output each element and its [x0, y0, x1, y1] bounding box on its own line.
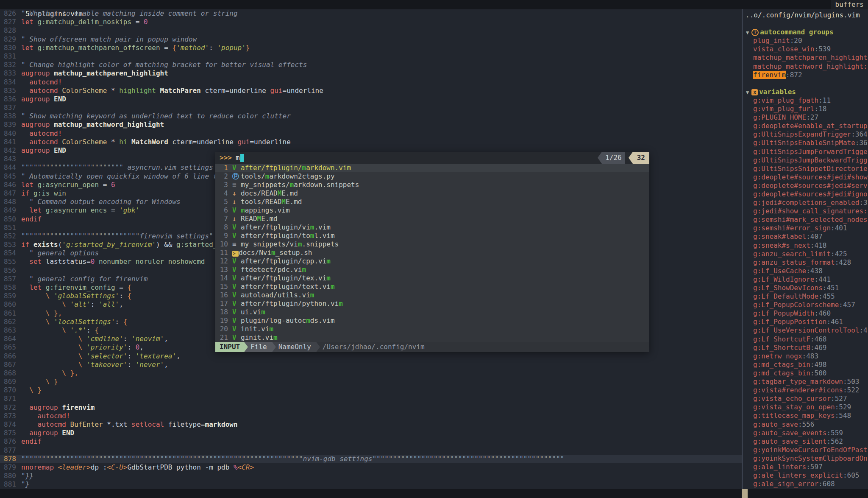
fuzzy-prompt-row[interactable]: >>> m 1/26 32 — [215, 152, 649, 164]
code-line-832[interactable]: 832" Change highlight color of matching … — [0, 61, 742, 69]
code-line-872[interactable]: 872 augroup firenvim — [0, 403, 742, 412]
file-result-row[interactable]: 7↓README.md — [215, 215, 649, 223]
sidebar-tag-item[interactable]: g:Lf_ShortcutB:469 — [743, 344, 868, 352]
sidebar-tag-item[interactable]: g:Lf_PopupWidth:460 — [743, 309, 868, 318]
sidebar-tag-item[interactable]: g:UltiSnipsExpandTrigger:364 — [743, 130, 868, 139]
sidebar-tag-item[interactable]: matchup_matchword_highlight: — [743, 62, 868, 71]
file-result-row[interactable]: 19Vplugin/log-autocmds.vim — [215, 316, 649, 325]
file-result-row[interactable]: 10≡my_snippets/vim.snippets — [215, 240, 649, 249]
file-result-row[interactable]: 5↓tools/README.md — [215, 198, 649, 206]
file-result-row[interactable]: 8Vafter/ftplugin/vim.vim — [215, 223, 649, 232]
sidebar-tag-item[interactable]: g:ale_sign_error:608 — [743, 480, 868, 488]
code-line-830[interactable]: 830let g:matchup_matchparen_offscreen = … — [0, 44, 742, 52]
sidebar-section-autocommand-groups[interactable]: ▼?autocommand groups — [743, 28, 868, 36]
code-line-879[interactable]: 879nnoremap <leader>dp :<C-U>GdbStartPDB… — [0, 463, 742, 472]
sidebar-tag-item[interactable]: matchup_matchparen_highlight — [743, 53, 868, 62]
sidebar-tag-item[interactable]: g:Lf_UseVersionControlTool:4 — [743, 326, 868, 335]
file-result-row[interactable]: 11>_docs/Nvim_setup.sh — [215, 249, 649, 257]
file-result-row[interactable]: 9Vafter/ftplugin/toml.vim — [215, 232, 649, 240]
sidebar-tag-item[interactable]: g:md_ctags_bin:498 — [743, 361, 868, 369]
sidebar-tag-item[interactable]: g:sneak#label:407 — [743, 232, 868, 241]
file-result-row[interactable]: 16Vautoload/utils.vim — [215, 291, 649, 299]
sidebar-tag-item[interactable]: g:Lf_UseCache:438 — [743, 267, 868, 275]
code-line-877[interactable]: 877 — [0, 446, 742, 455]
sidebar-tag-item[interactable]: g:yoinkSyncSystemClipboardOn — [743, 454, 868, 463]
sidebar-tag-item[interactable]: g:Lf_ShowDevIcons:451 — [743, 284, 868, 292]
sidebar-tag-item[interactable]: g:Lf_DefaultMode:455 — [743, 292, 868, 301]
code-line-874[interactable]: 874 autocmd BufEnter *.txt setlocal file… — [0, 420, 742, 429]
code-line-880[interactable]: 880"}} — [0, 472, 742, 480]
sidebar-tag-item[interactable]: g:semshi#mark_selected_nodes — [743, 215, 868, 224]
file-result-row[interactable]: 14Vafter/ftplugin/tex.vim — [215, 274, 649, 283]
sidebar-tag-item[interactable]: g:ale_linters:597 — [743, 463, 868, 471]
code-line-881[interactable]: 881"} — [0, 480, 742, 489]
sidebar-tag-item[interactable]: g:Lf_PopupColorscheme:457 — [743, 301, 868, 309]
file-result-row[interactable]: 15Vafter/ftplugin/text.vim — [215, 283, 649, 291]
code-line-839[interactable]: 839augroup matchup_matchword_highlight — [0, 120, 742, 129]
code-line-838[interactable]: 838" Show matching keyword as underlined… — [0, 112, 742, 120]
sidebar-tag-item[interactable]: g:auto_save_silent:562 — [743, 437, 868, 446]
code-line-873[interactable]: 873 autocmd! — [0, 412, 742, 420]
file-result-row[interactable]: 6Vmappings.vim — [215, 206, 649, 215]
code-line-870[interactable]: 870 \ } — [0, 386, 742, 394]
sidebar-tag-item[interactable]: g:vista#renderer#icons:522 — [743, 386, 868, 394]
collapse-arrow-icon[interactable]: ▼ — [746, 30, 749, 36]
scrollbar-thumb[interactable] — [742, 489, 748, 498]
file-result-row[interactable]: 4↓docs/README.md — [215, 189, 649, 198]
code-line-826[interactable]: 826" Whether to enable matching inside c… — [0, 9, 742, 18]
code-line-869[interactable]: 869 \ } — [0, 378, 742, 386]
code-line-833[interactable]: 833augroup matchup_matchparen_highlight — [0, 69, 742, 78]
code-line-829[interactable]: 829" Show offscreen match pair in popup … — [0, 35, 742, 44]
sidebar-tag-item[interactable]: g:netrw_nogx:483 — [743, 352, 868, 361]
code-line-878[interactable]: 878"""""""""""""""""""""""""""""""""""""… — [0, 455, 742, 463]
code-line-868[interactable]: 868 \ }, — [0, 369, 742, 378]
sidebar-tag-item[interactable]: g:auto_save:556 — [743, 420, 868, 429]
sidebar-tag-item[interactable]: g:UltiSnipsJumpBackwardTrigg — [743, 156, 868, 165]
code-line-867[interactable]: 867 \ 'takeover': 'never', — [0, 361, 742, 369]
sidebar-tag-item[interactable]: g:vista_stay_on_open:529 — [743, 403, 868, 411]
sidebar-tag-item[interactable]: g:deoplete#sources#jedi#igno — [743, 190, 868, 199]
sidebar-tag-item[interactable]: g:deoplete#enable_at_startup — [743, 122, 868, 130]
code-line-837[interactable]: 837 — [0, 104, 742, 112]
sidebar-tag-item[interactable]: g:Lf_WildIgnore:441 — [743, 275, 868, 284]
code-line-871[interactable]: 871 — [0, 394, 742, 403]
sidebar-tag-item[interactable]: g:tagbar_type_markdown:503 — [743, 378, 868, 386]
fuzzy-query-input[interactable]: m — [232, 152, 240, 164]
sidebar-tag-item[interactable]: g:UltiSnipsJumpForwardTrigge — [743, 148, 868, 156]
file-result-row[interactable]: 20Vinit.vim — [215, 325, 649, 333]
code-line-835[interactable]: 835 autocmd ColorScheme * highlight Matc… — [0, 87, 742, 95]
file-result-row[interactable]: 18Vui.vim — [215, 308, 649, 316]
sidebar-tag-item[interactable]: g:sneak#s_next:418 — [743, 241, 868, 250]
sidebar-tag-item[interactable]: g:vim_plug_fpath:11 — [743, 96, 868, 105]
code-line-841[interactable]: 841 autocmd ColorScheme * hi MatchWord c… — [0, 138, 742, 146]
file-result-row[interactable]: 17Vafter/ftplugin/python.vim — [215, 299, 649, 308]
code-line-827[interactable]: 827let g:matchup_delim_noskips = 0 — [0, 18, 742, 26]
file-result-row[interactable]: 1Vafter/ftplugin/markdown.vim — [215, 164, 649, 172]
sidebar-tag-item[interactable]: g:titlecase_map_keys:548 — [743, 411, 868, 420]
sidebar-tag-item[interactable]: g:deoplete#sources#jedi#show — [743, 173, 868, 182]
sidebar-tag-item[interactable]: g:auto_save_events:559 — [743, 429, 868, 437]
code-line-866[interactable]: 866 \ 'selector': 'textarea', — [0, 352, 742, 361]
tabline-buffers-label[interactable]: buffers — [831, 0, 868, 9]
collapse-arrow-icon[interactable]: ▼ — [746, 90, 749, 95]
sidebar-tag-item[interactable]: g:yoinkMoveCursorToEndOfPast — [743, 446, 868, 454]
sidebar-tag-item[interactable]: vista_close_win:539 — [743, 45, 868, 53]
code-line-840[interactable]: 840 autocmd! — [0, 129, 742, 138]
sidebar-tag-item[interactable]: g:md_ctags_bin:500 — [743, 369, 868, 378]
sidebar-tag-item[interactable]: g:UltiSnipsSnippetDirectorie — [743, 165, 868, 173]
file-result-row[interactable]: 3≡my_snippets/markdown.snippets — [215, 181, 649, 189]
sidebar-tag-item[interactable]: g:jedi#show_call_signatures: — [743, 207, 868, 215]
file-result-row[interactable]: 12Vafter/ftplugin/cpp.vim — [215, 257, 649, 266]
file-result-row[interactable]: 13Vftdetect/pdc.vim — [215, 266, 649, 274]
sidebar-tag-item[interactable]: g:UltiSnipsEnableSnipMate:36 — [743, 139, 868, 147]
code-line-828[interactable]: 828 — [0, 26, 742, 35]
sidebar-tag-item[interactable]: g:jedi#completions_enabled:3 — [743, 199, 868, 207]
sidebar-tag-item[interactable]: firenvim:872 — [743, 71, 868, 79]
sidebar-tag-item[interactable]: g:anzu_status_format:428 — [743, 258, 868, 267]
code-line-831[interactable]: 831 — [0, 52, 742, 61]
sidebar-tag-item[interactable]: g:Lf_PopupPosition:461 — [743, 318, 868, 326]
code-line-876[interactable]: 876endif — [0, 437, 742, 446]
sidebar-tag-item[interactable]: g:anzu_search_limit:425 — [743, 250, 868, 258]
code-line-836[interactable]: 836augroup END — [0, 95, 742, 104]
sidebar-tag-item[interactable]: g:vim_plug_furl:18 — [743, 105, 868, 113]
